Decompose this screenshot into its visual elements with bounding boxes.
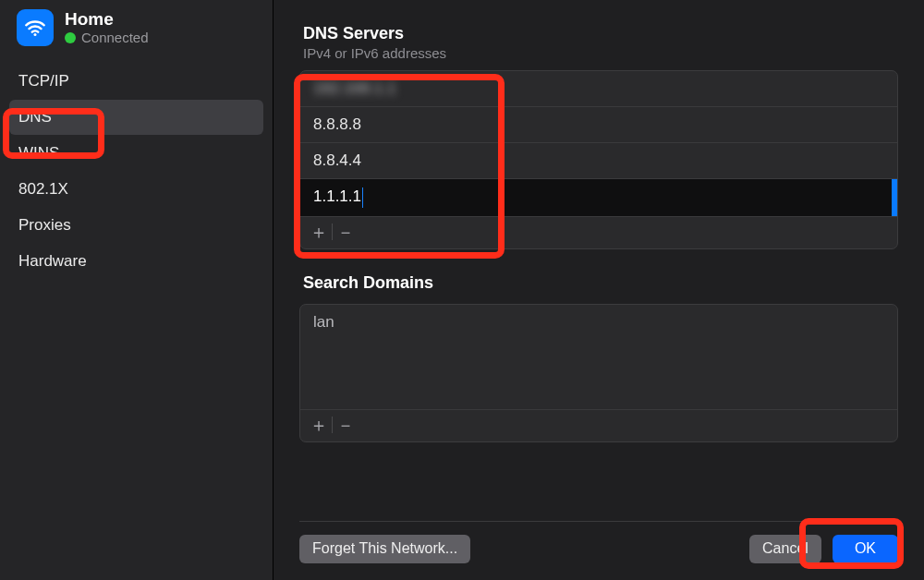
footer: Forget This Network... Cancel OK <box>299 521 898 563</box>
search-domains-title: Search Domains <box>303 273 898 293</box>
sidebar-item-wins[interactable]: WINS <box>9 136 263 171</box>
sidebar-item-8021x[interactable]: 802.1X <box>9 172 263 207</box>
search-domains-list[interactable]: lan ＋ － <box>299 304 898 442</box>
dns-servers-subtitle: IPv4 or IPv6 addresses <box>303 45 898 61</box>
sidebar: Home Connected TCP/IP DNS WINS 802.1X Pr… <box>0 0 274 580</box>
network-name: Home <box>65 10 149 29</box>
remove-domain-button[interactable]: － <box>333 413 359 437</box>
sidebar-item-dns[interactable]: DNS <box>9 100 263 135</box>
add-dns-button[interactable]: ＋ <box>306 220 332 244</box>
svg-point-0 <box>33 33 36 36</box>
dns-entry-value: 8.8.8.8 <box>313 115 361 133</box>
wifi-icon <box>17 9 54 46</box>
dns-entry-value: 8.8.4.4 <box>313 151 361 169</box>
dns-entry[interactable]: 8.8.4.4 <box>300 142 897 178</box>
selection-indicator-icon <box>892 179 897 216</box>
ok-button[interactable]: OK <box>833 535 898 563</box>
sidebar-list: TCP/IP DNS WINS 802.1X Proxies Hardware <box>0 57 273 285</box>
sidebar-item-proxies[interactable]: Proxies <box>9 208 263 243</box>
dns-entry[interactable]: 8.8.8.8 <box>300 106 897 142</box>
network-header: Home Connected <box>0 6 273 57</box>
sidebar-item-hardware[interactable]: Hardware <box>9 244 263 279</box>
remove-dns-button[interactable]: － <box>333 220 359 244</box>
search-domains-actions: ＋ － <box>300 409 897 441</box>
dns-servers-list[interactable]: 192.168.1.1 8.8.8.8 8.8.4.4 1.1.1.1 ＋ － <box>299 70 898 249</box>
dns-entry-editing[interactable]: 1.1.1.1 <box>300 178 897 216</box>
network-status: Connected <box>81 30 149 45</box>
dns-servers-title: DNS Servers <box>303 24 898 43</box>
cancel-button[interactable]: Cancel <box>749 535 821 563</box>
dns-list-actions: ＋ － <box>300 216 897 248</box>
status-dot-icon <box>65 32 76 43</box>
search-domain-value: lan <box>313 313 334 331</box>
dns-entry-value: 1.1.1.1 <box>313 187 361 205</box>
dns-entry-value: 192.168.1.1 <box>313 79 396 97</box>
main-panel: DNS Servers IPv4 or IPv6 addresses 192.1… <box>274 0 924 580</box>
text-caret-icon <box>362 187 363 208</box>
dns-entry[interactable]: 192.168.1.1 <box>300 71 897 106</box>
forget-network-button[interactable]: Forget This Network... <box>299 535 470 563</box>
sidebar-item-tcpip[interactable]: TCP/IP <box>9 64 263 99</box>
search-domain-entry[interactable]: lan <box>300 305 897 340</box>
add-domain-button[interactable]: ＋ <box>306 413 332 437</box>
